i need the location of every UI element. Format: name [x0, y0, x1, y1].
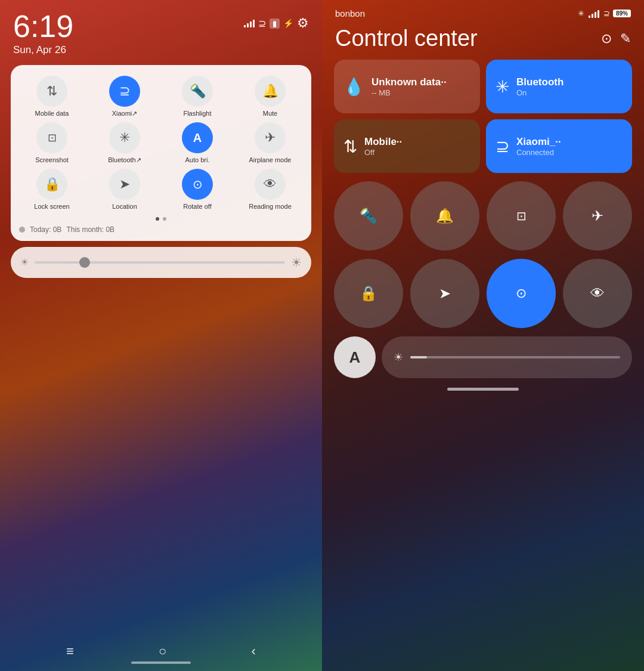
right-brightness-slider[interactable]: ☀ — [382, 336, 632, 378]
mobile-data-label: Mobile data — [35, 110, 69, 117]
quick-lock-screen[interactable]: 🔒 Lock screen — [17, 169, 87, 211]
quick-location[interactable]: ➤ Location — [89, 169, 160, 211]
bluetooth-tile-title: Bluetooth — [516, 76, 564, 88]
data-tile-icon: 💧 — [343, 77, 364, 97]
brightness-low-icon: ☀ — [20, 256, 29, 268]
lock-screen-label: Lock screen — [34, 203, 69, 211]
data-tile-text: Unknown data·· -- MB — [371, 76, 447, 97]
reading-icon-circle: 👁 — [255, 169, 286, 200]
right-status-icons: ✳ ⊇ 89% — [578, 9, 631, 18]
auto-brightness-label: A — [349, 348, 361, 367]
flashlight-icon-circle: 🔦 — [182, 76, 213, 107]
mobile-tile-title: Mobile·· — [364, 136, 402, 148]
ctrl-airplane-btn[interactable]: ✈ — [563, 181, 632, 251]
mute-icon-circle: 🔔 — [255, 76, 286, 107]
gear-icon[interactable]: ⚙ — [297, 16, 309, 31]
ctrl-location-btn[interactable]: ➤ — [410, 259, 479, 328]
quick-wifi[interactable]: ⊇ Xiaomi↗ — [89, 76, 160, 117]
mobile-tile-icon: ⇅ — [343, 137, 357, 156]
control-header-icons: ⊙ ✎ — [601, 31, 631, 47]
lock-screen-icon-circle: 🔒 — [36, 169, 67, 200]
quick-rotate[interactable]: ⊙ Rotate off — [162, 169, 233, 211]
bluetooth-label: Bluetooth↗ — [108, 156, 141, 164]
left-date: Sun, Apr 26 — [13, 44, 73, 56]
reading-label: Reading mode — [249, 203, 292, 211]
control-center-header: Control center ⊙ ✎ — [332, 22, 634, 60]
bottom-row: A ☀ — [332, 336, 634, 378]
location-icon-circle: ➤ — [109, 169, 140, 200]
icon-row-2: 🔒 ➤ ⊙ 👁 — [332, 259, 634, 328]
wifi-icon: ⊇ — [258, 18, 266, 29]
data-tile-title: Unknown data·· — [371, 76, 447, 88]
settings-circle-icon[interactable]: ⊙ — [601, 31, 612, 47]
nav-bar: ≡ ○ ‹ — [0, 644, 322, 659]
data-usage-icon — [19, 227, 25, 233]
edit-icon[interactable]: ✎ — [620, 31, 631, 47]
data-today: Today: 0B — [30, 225, 61, 234]
brightness-slider-container[interactable]: ☀ ☀ — [11, 247, 311, 278]
brightness-thumb[interactable] — [79, 257, 90, 268]
top-tiles-row: 💧 Unknown data·· -- MB ✳ Bluetooth On — [332, 60, 634, 113]
airplane-label: Airplane mode — [249, 156, 292, 164]
right-brightness-track[interactable] — [410, 356, 620, 358]
auto-bri-icon-circle: A — [182, 122, 213, 153]
ctrl-mute-btn[interactable]: 🔔 — [410, 181, 479, 251]
nav-back-icon[interactable]: ‹ — [252, 644, 256, 659]
battery-icon: ▮ — [270, 18, 280, 29]
ctrl-reading-btn[interactable]: 👁 — [563, 259, 632, 328]
quick-mute[interactable]: 🔔 Mute — [235, 76, 305, 117]
quick-mobile-data[interactable]: ⇅ Mobile data — [17, 76, 87, 117]
location-label: Location — [112, 203, 137, 211]
right-signal-icon — [589, 10, 599, 18]
mute-label: Mute — [263, 110, 277, 117]
nav-menu-icon[interactable]: ≡ — [66, 644, 74, 659]
signal-icon — [244, 19, 255, 27]
right-status-bar: bonbon ✳ ⊇ 89% — [332, 0, 634, 22]
carrier-name: bonbon — [335, 8, 365, 18]
right-brightness-fill — [410, 356, 427, 358]
ctrl-screenshot-btn[interactable]: ⊡ — [487, 181, 556, 251]
bluetooth-tile[interactable]: ✳ Bluetooth On — [486, 60, 632, 113]
left-home-indicator — [131, 661, 191, 664]
brightness-track[interactable] — [35, 261, 285, 264]
wifi-tile[interactable]: ⊇ Xiaomi_·· Connected — [486, 119, 632, 173]
ctrl-lock-btn[interactable]: 🔒 — [334, 259, 403, 328]
wifi-tile-subtitle: Connected — [516, 148, 561, 157]
left-time: 6:19 — [13, 11, 73, 42]
rotate-label: Rotate off — [183, 203, 212, 211]
quick-reading[interactable]: 👁 Reading mode — [235, 169, 305, 211]
dot-1 — [156, 217, 159, 221]
ctrl-rotate-btn[interactable]: ⊙ — [487, 259, 556, 328]
auto-bri-label: Auto bri. — [185, 156, 210, 164]
bluetooth-icon-circle: ✳ — [109, 122, 140, 153]
left-status-bar: 6:19 Sun, Apr 26 ⊇ ▮ ⚡ ⚙ — [0, 0, 322, 59]
wifi-tile-title: Xiaomi_·· — [516, 136, 561, 148]
mobile-data-icon: ⇅ — [36, 76, 67, 107]
bluetooth-status-icon: ✳ — [578, 9, 584, 18]
screenshot-label: Screenshot — [35, 156, 69, 164]
auto-brightness-btn[interactable]: A — [334, 336, 376, 378]
data-month: This month: 0B — [66, 225, 114, 234]
quick-flashlight[interactable]: 🔦 Flashlight — [162, 76, 233, 117]
data-tile[interactable]: 💧 Unknown data·· -- MB — [334, 60, 480, 113]
data-tile-subtitle: -- MB — [371, 88, 447, 97]
rotate-icon-circle: ⊙ — [182, 169, 213, 200]
nav-home-icon[interactable]: ○ — [159, 644, 166, 659]
right-battery-icon: 89% — [613, 10, 631, 17]
brightness-high-icon: ☀ — [291, 255, 302, 270]
mobile-tile[interactable]: ⇅ Mobile·· Off — [334, 119, 480, 173]
quick-screenshot[interactable]: ⊡ Screenshot — [17, 122, 87, 164]
second-tiles-row: ⇅ Mobile·· Off ⊇ Xiaomi_·· Connected — [332, 119, 634, 173]
quick-airplane[interactable]: ✈ Airplane mode — [235, 122, 305, 164]
bluetooth-tile-text: Bluetooth On — [516, 76, 564, 97]
left-status-icons: ⊇ ▮ ⚡ ⚙ — [244, 16, 309, 31]
wifi-label: Xiaomi↗ — [112, 110, 138, 117]
icon-row-1: 🔦 🔔 ⊡ ✈ — [332, 181, 634, 251]
wifi-tile-icon: ⊇ — [496, 137, 509, 156]
quick-bluetooth[interactable]: ✳ Bluetooth↗ — [89, 122, 160, 164]
ctrl-flashlight-btn[interactable]: 🔦 — [334, 181, 403, 251]
right-home-indicator — [447, 388, 519, 391]
control-center-title: Control center — [335, 26, 478, 51]
quick-auto-bri[interactable]: A Auto bri. — [162, 122, 233, 164]
quick-settings-panel: ⇅ Mobile data ⊇ Xiaomi↗ 🔦 Flashlight 🔔 M… — [11, 65, 311, 241]
